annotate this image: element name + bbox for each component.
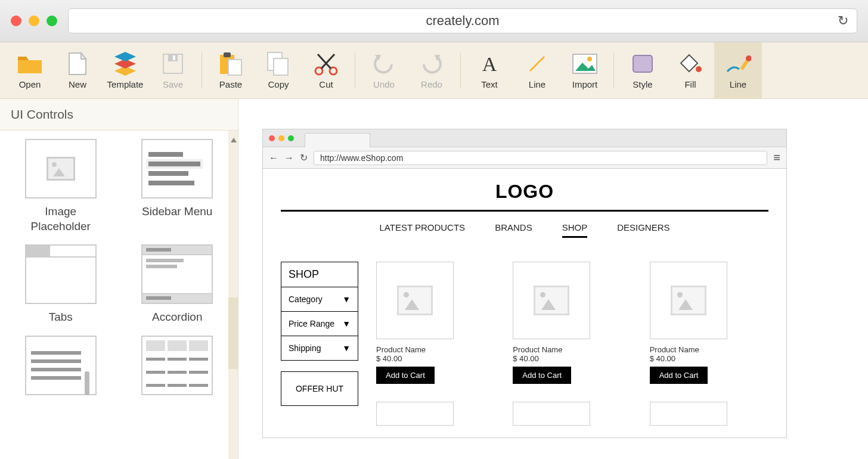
svg-point-17 — [696, 66, 702, 72]
browser-url: creately.com — [426, 13, 499, 29]
control-accordion[interactable]: Accordion — [131, 244, 224, 325]
close-window-icon[interactable] — [11, 15, 21, 26]
text-tool-button[interactable]: A Text — [466, 42, 513, 99]
product-card — [376, 402, 495, 426]
add-to-cart-button: Add to Cart — [376, 367, 435, 384]
toolbar-label: Save — [163, 79, 183, 89]
product-card: Product Name $ 40.00 Add to Cart — [513, 262, 631, 384]
scroll-thumb[interactable] — [228, 297, 238, 369]
svg-rect-5 — [228, 60, 241, 75]
svg-rect-4 — [224, 52, 231, 57]
save-icon — [160, 52, 186, 76]
forward-icon: → — [284, 153, 294, 163]
template-button[interactable]: Template — [101, 42, 149, 99]
mockup-nav: LATEST PRODUCTS BRANDS SHOP DESIGNERS — [281, 222, 768, 238]
toolbar-label: Template — [107, 79, 144, 89]
mockup-logo: LOGO — [281, 181, 768, 203]
open-button[interactable]: Open — [6, 42, 54, 99]
folder-icon — [17, 52, 43, 76]
image-icon — [572, 52, 598, 76]
chevron-down-icon: ▼ — [342, 294, 351, 304]
product-price: $ 40.00 — [650, 354, 768, 363]
product-image-placeholder-icon — [397, 286, 433, 315]
redo-icon — [418, 52, 445, 76]
toolbar-label: New — [69, 79, 86, 89]
toolbar-label: Import — [572, 79, 598, 89]
product-price: $ 40.00 — [513, 354, 631, 363]
product-name: Product Name — [650, 345, 768, 354]
filter-shipping: Shipping▼ — [281, 336, 358, 360]
product-name: Product Name — [513, 345, 631, 354]
style-button[interactable]: Style — [619, 42, 666, 99]
new-button[interactable]: New — [54, 42, 101, 99]
fill-bucket-icon — [677, 52, 703, 76]
mockup-maximize-icon — [288, 135, 294, 141]
control-label: Image Placeholder — [14, 204, 107, 234]
control-table[interactable] — [131, 336, 224, 395]
fill-button[interactable]: Fill — [666, 42, 714, 99]
hamburger-icon: ≡ — [773, 151, 780, 165]
nav-latest-products: LATEST PRODUCTS — [379, 222, 465, 238]
layers-icon — [112, 52, 138, 76]
mockup-browser-window[interactable]: ← → ↻ http://www.eShop.com ≡ LOGO LATEST… — [262, 129, 787, 438]
undo-button[interactable]: Undo — [360, 42, 408, 99]
mockup-url: http://www.eShop.com — [320, 153, 403, 163]
save-button[interactable]: Save — [149, 42, 197, 99]
back-icon: ← — [269, 153, 278, 163]
sidebar-body: Image Placeholder Sidebar Menu — [0, 130, 238, 459]
control-sidebar-menu[interactable]: Sidebar Menu — [131, 139, 224, 234]
product-image-placeholder-icon — [671, 286, 706, 315]
control-list-scroll[interactable] — [14, 336, 107, 395]
toolbar-label: Line — [730, 79, 746, 89]
pencil-line-icon — [725, 52, 751, 76]
copy-button[interactable]: Copy — [255, 42, 302, 99]
product-card — [513, 402, 631, 426]
line-tool-button[interactable]: Line — [513, 42, 561, 99]
control-tabs[interactable]: Tabs — [14, 244, 107, 325]
product-card — [650, 402, 768, 426]
maximize-window-icon[interactable] — [46, 15, 57, 26]
toolbar-label: Line — [529, 79, 545, 89]
control-label: Sidebar Menu — [142, 204, 212, 219]
paste-button[interactable]: Paste — [207, 42, 255, 99]
redo-button[interactable]: Redo — [408, 42, 455, 99]
line-icon — [524, 52, 550, 76]
filter-price-range: Price Range▼ — [281, 312, 358, 336]
import-button[interactable]: Import — [561, 42, 609, 99]
toolbar-separator — [613, 52, 614, 88]
toolbar-label: Copy — [268, 79, 289, 89]
product-image-placeholder-icon — [534, 286, 569, 315]
line-style-button[interactable]: Line — [714, 42, 762, 99]
scroll-up-icon[interactable] — [231, 138, 237, 142]
add-to-cart-button: Add to Cart — [650, 367, 708, 384]
product-price: $ 40.00 — [376, 354, 495, 363]
toolbar-separator — [202, 52, 202, 88]
browser-address-bar[interactable]: creately.com ↻ — [68, 8, 857, 33]
filter-category: Category▼ — [281, 287, 358, 312]
svg-rect-16 — [633, 55, 652, 72]
toolbar-separator — [355, 52, 355, 88]
control-image-placeholder[interactable]: Image Placeholder — [14, 139, 107, 234]
toolbar-label: Fill — [684, 79, 696, 89]
file-icon — [64, 52, 91, 76]
toolbar-label: Open — [19, 79, 41, 89]
sidebar-panel: UI Controls Image Placeholder Sidebar Me… — [0, 99, 238, 459]
minimize-window-icon[interactable] — [29, 15, 39, 26]
main-area: UI Controls Image Placeholder Sidebar Me… — [0, 99, 868, 459]
reload-icon[interactable]: ↻ — [838, 13, 848, 29]
mockup-product-grid: Product Name $ 40.00 Add to Cart Product… — [376, 262, 768, 426]
mockup-body: LOGO LATEST PRODUCTS BRANDS SHOP DESIGNE… — [263, 169, 786, 438]
control-label: Accordion — [152, 310, 203, 325]
cut-button[interactable]: Cut — [302, 42, 350, 99]
style-swatch-icon — [630, 52, 656, 76]
canvas-area[interactable]: ← → ↻ http://www.eShop.com ≡ LOGO LATEST… — [238, 99, 868, 459]
toolbar-label: Redo — [421, 79, 442, 89]
mockup-address-row: ← → ↻ http://www.eShop.com ≡ — [263, 147, 786, 169]
mockup-divider — [281, 210, 768, 212]
sidebar-scrollbar[interactable] — [228, 131, 238, 459]
chevron-down-icon: ▼ — [342, 319, 351, 328]
svg-rect-2 — [173, 55, 175, 60]
product-name: Product Name — [376, 345, 495, 354]
mockup-minimize-icon — [278, 135, 284, 141]
undo-icon — [371, 52, 397, 76]
